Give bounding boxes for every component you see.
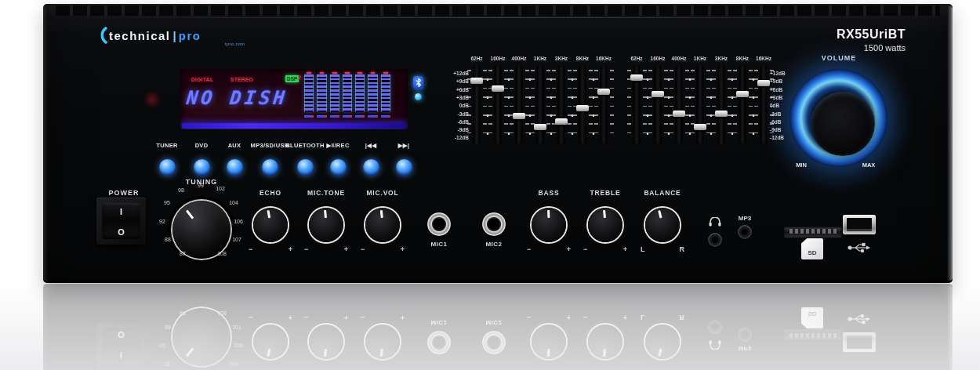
source-button-bluetooth[interactable] xyxy=(297,159,314,176)
knob-max-label: R xyxy=(680,245,685,253)
eq-slider-track xyxy=(655,65,662,145)
mic2-jack-group: MIC2 xyxy=(470,212,517,248)
eq-db-label: -3dB xyxy=(770,111,804,117)
eq-slider-track xyxy=(537,65,544,145)
eq-slider-handle[interactable] xyxy=(513,113,525,119)
spectrum-bar-label xyxy=(381,115,390,118)
eq-slider-l-3khz[interactable] xyxy=(551,64,572,146)
eq-slider-r-62hz[interactable] xyxy=(626,64,648,146)
eq-db-label: +6dB xyxy=(434,87,469,92)
eq-frequency-label: 16KHz xyxy=(588,56,619,61)
knob-balance[interactable] xyxy=(645,208,680,242)
knob-mic-vol[interactable] xyxy=(365,208,400,242)
mic2-jack[interactable] xyxy=(482,212,506,236)
spectrum-bar-label xyxy=(343,115,352,118)
power-rocker[interactable]: I O xyxy=(102,203,140,239)
spectrum-bar-label xyxy=(355,115,365,118)
eq-db-label: +3dB xyxy=(770,95,804,100)
eq-frequency-label: 16KHz xyxy=(748,56,779,61)
eq-slider-r-8khz[interactable] xyxy=(732,64,753,146)
eq-slider-handle[interactable] xyxy=(736,91,749,97)
knob-max-label: + xyxy=(401,245,405,253)
eq-slider-r-3khz[interactable] xyxy=(711,64,732,146)
volume-knob-cap[interactable] xyxy=(811,92,875,156)
source-button-aux[interactable] xyxy=(227,159,243,176)
mp3-jack[interactable] xyxy=(738,225,752,239)
eq-slider-handle[interactable] xyxy=(492,85,504,92)
mic1-label: MIC1 xyxy=(416,241,463,248)
eq-tick-dots xyxy=(550,71,553,141)
eq-slider-l-1khz[interactable] xyxy=(530,64,551,146)
eq-db-label: +9dB xyxy=(770,78,804,84)
source-button-transport-6[interactable] xyxy=(363,159,379,176)
eq-slider-l-8khz[interactable] xyxy=(572,64,593,146)
source-button-rec[interactable] xyxy=(330,159,347,176)
receiver-unit: technical|pro tpro.com RX55UriBT 1500 wa… xyxy=(43,4,953,283)
tuning-dial-number: 87 xyxy=(175,251,191,256)
right-edge xyxy=(947,6,953,281)
eq-slider-handle[interactable] xyxy=(534,124,546,130)
knob-min-label: − xyxy=(304,245,308,253)
eq-slider-handle[interactable] xyxy=(652,91,664,97)
eq-slider-handle[interactable] xyxy=(630,74,643,81)
eq-slider-l-160hz[interactable] xyxy=(488,64,509,146)
knob-label-balance: BALANCE xyxy=(637,189,688,197)
eq-tick-dots xyxy=(752,71,755,141)
top-vents xyxy=(56,5,940,16)
spectrum-label-row xyxy=(304,115,390,118)
usb-port[interactable] xyxy=(843,215,876,234)
tuning-dial-number: 102 xyxy=(212,186,228,191)
spectrum-bar-label xyxy=(330,115,339,118)
eq-slider-r-400hz[interactable] xyxy=(669,64,690,146)
tuning-dial-number: 92 xyxy=(154,219,170,224)
tuning-dial-number: 107 xyxy=(229,237,245,242)
eq-tick-dots xyxy=(486,71,489,141)
source-button-dvd[interactable] xyxy=(194,159,210,176)
headphone-jack[interactable] xyxy=(708,233,722,247)
eq-slider-l-16khz[interactable] xyxy=(593,64,615,146)
knob-max-label: + xyxy=(289,245,292,253)
mic1-jack[interactable] xyxy=(427,212,451,236)
tuning-dial-number: 106 xyxy=(230,219,246,224)
eq-db-label: +12dB xyxy=(434,71,469,76)
eq-slider-handle[interactable] xyxy=(597,89,610,95)
source-button-mp3-sd-usb[interactable] xyxy=(262,159,278,176)
eq-slider-l-62hz[interactable] xyxy=(466,64,488,146)
eq-slider-handle[interactable] xyxy=(555,118,568,125)
eq-tick-dots xyxy=(571,71,574,141)
headphone-icon xyxy=(709,217,721,227)
eq-slider-handle[interactable] xyxy=(576,105,589,111)
source-button-transport-7[interactable] xyxy=(396,159,412,176)
bluetooth-icon xyxy=(413,76,423,89)
eq-slider-handle[interactable] xyxy=(757,80,770,86)
knob-treble[interactable] xyxy=(588,208,622,242)
eq-slider-r-1khz[interactable] xyxy=(690,64,711,146)
sd-card-slot[interactable] xyxy=(784,227,842,237)
eq-db-label: +12dB xyxy=(770,71,804,76)
eq-db-label: +6dB xyxy=(770,87,804,92)
knob-bass[interactable] xyxy=(532,208,566,242)
eq-db-label: -9dB xyxy=(434,127,469,132)
eq-slider-handle[interactable] xyxy=(715,111,728,117)
eq-slider-handle[interactable] xyxy=(470,78,483,84)
knob-echo[interactable] xyxy=(253,208,288,242)
left-edge xyxy=(43,6,48,281)
spectrum-bar xyxy=(355,74,365,112)
eq-slider-handle[interactable] xyxy=(673,111,685,117)
tuning-knob[interactable] xyxy=(172,201,230,259)
knob-label-treble: TREBLE xyxy=(580,189,630,197)
power-on-symbol: I xyxy=(102,207,140,216)
music-note-icon: ♪ xyxy=(296,71,303,82)
power-switch[interactable]: I O xyxy=(96,198,146,245)
eq-slider-handle[interactable] xyxy=(694,124,706,130)
eq-slider-r-160hz[interactable] xyxy=(648,64,669,146)
spectrum-bar-label xyxy=(304,115,314,118)
logo-divider: | xyxy=(173,29,176,42)
knob-mic-tone[interactable] xyxy=(309,208,343,242)
stereo-indicator: STEREO xyxy=(230,77,253,82)
knob-group-treble: TREBLE−+ xyxy=(580,189,630,253)
eq-slider-l-400hz[interactable] xyxy=(509,64,530,146)
eq-slider-track xyxy=(697,65,704,145)
source-button-tuner[interactable] xyxy=(159,159,176,176)
sd-card-icon: SD xyxy=(801,238,823,259)
